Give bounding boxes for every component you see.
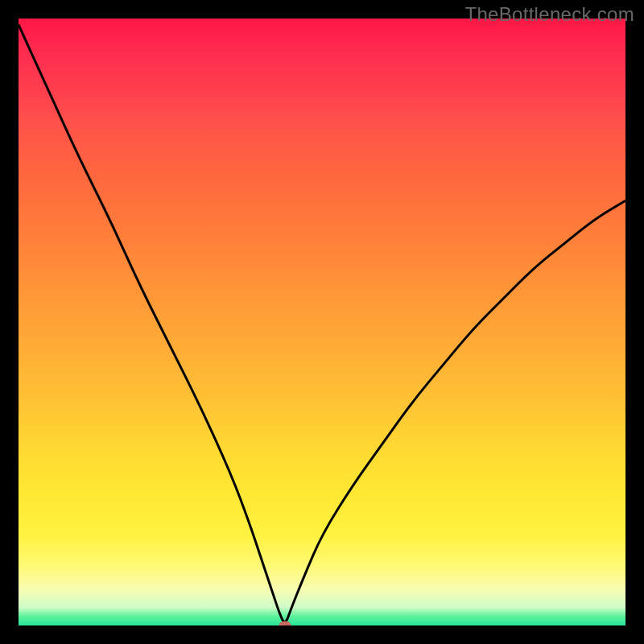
bottleneck-curve-path (19, 25, 625, 622)
bottleneck-chart: TheBottleneck.com (0, 0, 644, 644)
plot-area (19, 19, 625, 625)
watermark-text: TheBottleneck.com (464, 3, 634, 26)
optimal-point-marker (279, 621, 291, 626)
curve-svg (19, 19, 625, 625)
